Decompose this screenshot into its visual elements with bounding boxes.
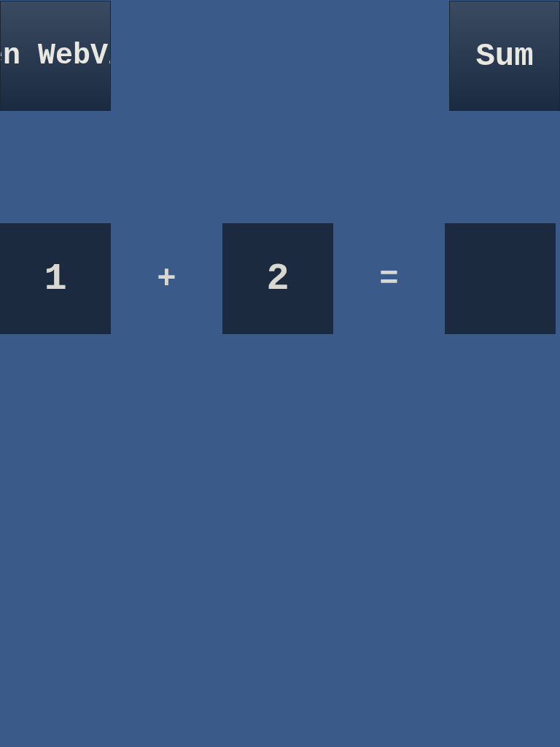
row-1: 1 + 2	[0, 223, 333, 335]
calculator-grid: 1 + 2 =	[0, 223, 556, 335]
operand2-input[interactable]: 2	[222, 223, 333, 334]
equals-label: =	[333, 223, 445, 335]
row-2: =	[333, 223, 556, 335]
result-output	[445, 223, 556, 334]
open-webview-button[interactable]: Open WebView	[0, 1, 111, 111]
sum-button[interactable]: Sum	[449, 1, 560, 111]
plus-label: +	[111, 223, 222, 335]
operand1-input[interactable]: 1	[0, 223, 111, 334]
